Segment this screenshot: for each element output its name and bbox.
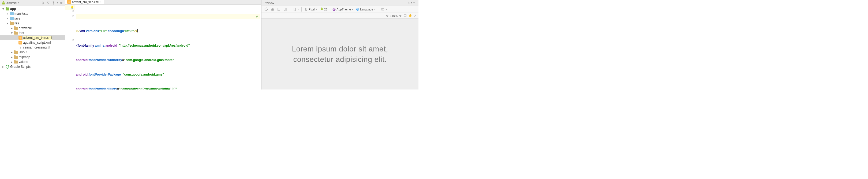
code-area[interactable]: ✔ <?xml version="1.0" encoding="utf-8"?>… [75,5,261,90]
editor-panel: <> advent_pro_thin.xml × 💡 ⊟ ⊟ ⊟ ✔ <?xml… [65,0,261,90]
editor-body[interactable]: 💡 ⊟ ⊟ ⊟ ✔ <?xml version="1.0" encoding="… [65,5,261,90]
project-tree[interactable]: ▾app▸manifests▸java▾res▸drawable▾font<>a… [0,6,65,90]
expand-icon[interactable]: ⤢ [414,14,416,18]
tree-expand-closed-icon[interactable]: ▸ [6,12,9,15]
api-selector[interactable]: 26 [319,7,331,12]
tree-item-label: font [19,31,24,35]
svg-rect-24 [381,8,382,10]
fit-screen-button[interactable] [403,14,407,18]
fold-end-icon[interactable]: ⊟ [72,39,74,41]
tree-expand-closed-icon[interactable]: ▸ [6,17,9,20]
tree-item-mipmap[interactable]: ▸mipmap [0,55,65,59]
editor-tab-bar: <> advent_pro_thin.xml × [65,0,261,5]
device-selector[interactable]: Pixel [303,7,318,12]
preview-canvas[interactable]: Lorem ipsum dolor sit amet, consectetur … [261,19,418,90]
tree-item-layout[interactable]: ▸layout [0,50,65,55]
folder-icon [14,26,18,30]
svg-rect-6 [413,2,415,3]
orientation-selector[interactable] [292,7,300,12]
preview-header: Preview ▾ [261,0,418,6]
zoom-out-button[interactable]: ⊖ [386,14,389,18]
font-preview-text: Lorem ipsum dolor sit amet, consectetur … [292,44,388,65]
surface-grid-icon[interactable] [270,7,275,12]
tree-item-advent-pro-thin-xml[interactable]: <>advent_pro_thin.xml [0,35,65,40]
module-folder-icon [5,7,10,11]
variant-selector[interactable] [380,7,388,12]
preview-panel: Preview ▾ Pixel 26 AppTheme Language ⊖ 1… [261,0,418,90]
gradle-icon [5,65,10,69]
pan-icon[interactable]: ✋ [408,14,412,18]
tree-expand-closed-icon[interactable]: ▸ [2,65,5,68]
android-robot-icon [2,1,5,5]
fold-minus-icon[interactable]: ⊟ [72,15,74,18]
theme-selector[interactable]: AppTheme [331,7,354,12]
tree-item-caesar-dressing-ttf[interactable]: Tcaesar_dressing.ttf [0,45,65,50]
svg-rect-18 [321,8,322,10]
tree-item-font[interactable]: ▾font [0,31,65,35]
tree-item-label: java [14,17,20,20]
xml-file-icon: <> [18,36,23,40]
refresh-button[interactable] [263,7,269,12]
svg-point-5 [408,2,409,3]
tree-item-label: caesar_dressing.ttf [23,46,50,49]
svg-point-3 [42,3,43,3]
tree-expand-closed-icon[interactable]: ▸ [10,27,13,30]
project-sidebar: Android ▾ ▾ ▾app▸manifests▸java▾res▸draw… [0,0,65,90]
tree-item-label: app [10,7,16,11]
tree-item-label: mipmap [19,55,30,59]
gear-icon[interactable] [52,1,56,5]
tree-expand-closed-icon[interactable]: ▸ [10,51,13,54]
svg-rect-10 [273,9,274,10]
dropdown-arrow-icon[interactable]: ▾ [57,2,58,4]
preview-config-toolbar: Pixel 26 AppTheme Language [261,6,418,13]
tree-item-manifests[interactable]: ▸manifests [0,11,65,16]
zoom-in-button[interactable]: ⊕ [399,14,402,18]
folder-icon [10,21,14,26]
tree-expand-open-icon[interactable]: ▾ [10,31,13,35]
tree-item-aguafina-script-xml[interactable]: <>aguafina_script.xml [0,40,65,45]
collapse-icon[interactable] [59,1,63,5]
tree-expand-open-icon[interactable]: ▾ [6,22,9,25]
fold-minus-icon[interactable]: ⊟ [72,10,74,12]
tree-expand-none [14,41,18,44]
dropdown-arrow-icon[interactable]: ▾ [18,2,19,4]
editor-tab-advent-pro[interactable]: <> advent_pro_thin.xml × [65,0,104,4]
hide-icon[interactable] [412,1,416,5]
sidebar-view-selector[interactable]: Android [6,1,17,5]
language-selector[interactable]: Language [355,7,376,12]
tree-item-values[interactable]: ▸values [0,59,65,64]
intention-bulb-icon[interactable]: 💡 [70,6,74,9]
surface-blueprint-icon[interactable] [276,7,282,12]
svg-rect-25 [383,8,384,10]
tree-item-app[interactable]: ▾app [0,6,65,11]
editor-tab-label: advent_pro_thin.xml [72,0,99,3]
svg-point-20 [334,9,335,10]
tree-item-label: aguafina_script.xml [23,41,51,44]
svg-rect-9 [271,9,272,10]
filter-icon[interactable] [46,1,50,5]
tree-expand-none [14,36,18,39]
gear-icon[interactable] [407,1,411,5]
tree-item-label: Gradle Scripts [10,65,31,68]
folder-icon [10,11,14,16]
svg-point-17 [306,10,307,10]
tree-expand-none [14,46,18,49]
folder-icon [14,55,18,59]
folder-icon [14,31,18,35]
inspection-ok-icon: ✔ [256,14,260,19]
close-tab-icon[interactable]: × [100,0,101,3]
tree-item-res[interactable]: ▾res [0,21,65,26]
target-icon[interactable] [41,1,45,5]
tree-item-label: res [14,22,19,25]
xml-file-icon: <> [18,40,23,45]
tree-expand-closed-icon[interactable]: ▸ [10,60,13,63]
text-cursor [137,29,138,32]
tree-expand-open-icon[interactable]: ▾ [2,7,5,10]
tree-item-drawable[interactable]: ▸drawable [0,26,65,31]
surface-both-icon[interactable] [282,7,288,12]
tree-item-label: advent_pro_thin.xml [23,36,52,40]
tree-item-gradle-scripts[interactable]: ▸Gradle Scripts [0,64,65,69]
tree-item-java[interactable]: ▸java [0,16,65,21]
svg-rect-13 [284,8,285,10]
tree-expand-closed-icon[interactable]: ▸ [10,56,13,59]
